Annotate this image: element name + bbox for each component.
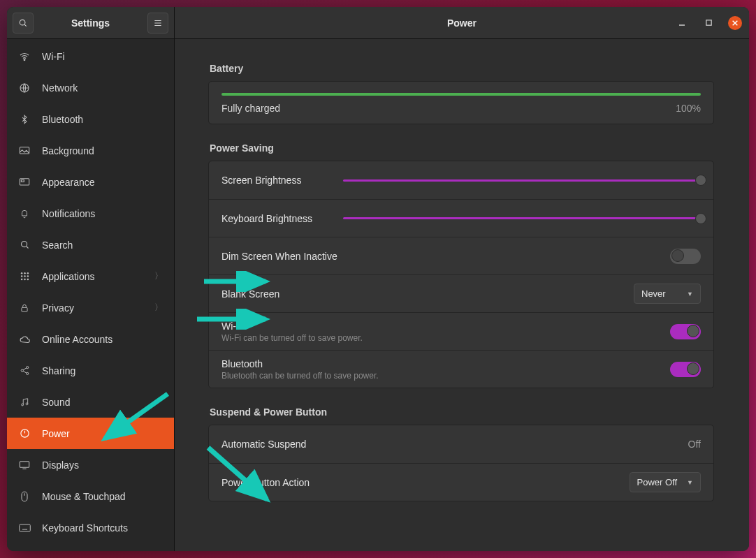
automatic-suspend-label: Automatic Suspend xyxy=(221,439,678,450)
suspend-panel: Automatic Suspend Off Power Button Actio… xyxy=(208,425,714,501)
search-button[interactable] xyxy=(13,13,34,34)
mouse-icon xyxy=(18,491,31,502)
svg-line-25 xyxy=(23,368,27,370)
sidebar-item-label: Privacy xyxy=(42,302,143,314)
sidebar-item-label: Displays xyxy=(42,460,163,471)
wifi-sublabel: Wi-Fi can be turned off to save power. xyxy=(221,333,660,343)
keyboard-icon xyxy=(18,524,31,532)
power-saving-panel: Screen Brightness Keyboard Brightness Di… xyxy=(208,161,714,388)
screen-brightness-slider[interactable] xyxy=(343,174,701,186)
sidebar-item-wi-fi[interactable]: Wi-Fi xyxy=(7,41,174,72)
suspend-section-title: Suspend & Power Button xyxy=(210,406,714,418)
close-icon xyxy=(732,20,739,27)
power-button-action-value: Power Off xyxy=(637,477,678,487)
cloud-icon xyxy=(18,335,31,344)
main-panel: Power Battery xyxy=(175,7,749,551)
sidebar-nav: Wi-FiNetworkBluetoothBackgroundAppearanc… xyxy=(7,39,174,551)
bluetooth-toggle[interactable] xyxy=(670,362,701,377)
share-icon xyxy=(18,365,31,376)
svg-rect-21 xyxy=(22,307,27,311)
sidebar-item-appearance[interactable]: Appearance xyxy=(7,166,174,198)
power-button-action-label: Power Button Action xyxy=(221,477,620,488)
sidebar-item-sharing[interactable]: Sharing xyxy=(7,355,174,386)
sidebar-item-sound[interactable]: Sound xyxy=(7,386,174,418)
sidebar-item-displays[interactable]: Displays xyxy=(7,449,174,480)
lock-icon xyxy=(18,302,31,314)
sidebar-item-label: Search xyxy=(42,240,163,251)
bell-icon xyxy=(18,208,31,219)
battery-row: Fully charged 100% xyxy=(209,82,713,124)
sidebar-item-network[interactable]: Network xyxy=(7,72,174,103)
sidebar-item-label: Background xyxy=(42,145,163,156)
window-controls xyxy=(675,16,742,30)
content-area: Battery Fully charged 100% Power Saving … xyxy=(175,39,749,551)
close-button[interactable] xyxy=(728,16,742,30)
grid-icon xyxy=(18,271,31,281)
screen-brightness-label: Screen Brightness xyxy=(221,175,333,186)
svg-point-20 xyxy=(27,279,29,281)
bluetooth-sublabel: Bluetooth can be turned off to save powe… xyxy=(221,371,660,381)
sidebar-header: Settings xyxy=(7,7,174,39)
automatic-suspend-row[interactable]: Automatic Suspend Off xyxy=(209,425,713,463)
sidebar-item-privacy[interactable]: Privacy〉 xyxy=(7,292,174,323)
power-button-action-dropdown[interactable]: Power Off ▼ xyxy=(630,472,701,492)
sidebar-item-label: Sharing xyxy=(42,365,163,376)
dim-screen-toggle[interactable] xyxy=(670,249,701,264)
sidebar-title: Settings xyxy=(39,17,142,29)
svg-point-17 xyxy=(27,275,29,277)
sidebar-item-label: Applications xyxy=(42,271,143,282)
dim-screen-label: Dim Screen When Inactive xyxy=(221,251,660,262)
sidebar-item-notifications[interactable]: Notifications xyxy=(7,198,174,229)
page-title: Power xyxy=(447,17,477,29)
minimize-button[interactable] xyxy=(675,16,689,30)
svg-point-16 xyxy=(24,275,26,277)
svg-point-15 xyxy=(20,275,22,277)
sidebar-item-label: Mouse & Touchpad xyxy=(42,491,163,502)
background-icon xyxy=(18,146,31,156)
hamburger-icon xyxy=(153,18,163,28)
sidebar-item-keyboard-shortcuts[interactable]: Keyboard Shortcuts xyxy=(7,512,174,543)
chevron-down-icon: ▼ xyxy=(687,291,693,298)
svg-point-27 xyxy=(22,404,24,406)
sidebar-item-label: Bluetooth xyxy=(42,114,163,125)
battery-status: Fully charged 100% xyxy=(221,103,701,114)
globe-icon xyxy=(18,82,31,94)
settings-window: Settings Wi-FiNetworkBluetoothBackground… xyxy=(7,7,749,551)
sidebar-item-label: Wi-Fi xyxy=(42,51,163,62)
blank-screen-dropdown[interactable]: Never ▼ xyxy=(634,284,701,304)
sidebar-item-search[interactable]: Search xyxy=(7,229,174,260)
svg-point-28 xyxy=(26,402,28,404)
sidebar-item-power[interactable]: Power xyxy=(7,418,174,449)
bluetooth-label: Bluetooth xyxy=(221,358,660,369)
blank-screen-row: Blank Screen Never ▼ xyxy=(209,274,713,312)
power-saving-section-title: Power Saving xyxy=(210,142,714,154)
wifi-toggle[interactable] xyxy=(670,324,701,339)
maximize-button[interactable] xyxy=(702,16,715,30)
sidebar-item-applications[interactable]: Applications〉 xyxy=(7,260,174,292)
wifi-icon xyxy=(18,51,31,62)
keyboard-brightness-label: Keyboard Brightness xyxy=(221,213,333,224)
search-icon xyxy=(18,240,31,250)
minimize-icon xyxy=(678,19,686,27)
sidebar-item-mouse-touchpad[interactable]: Mouse & Touchpad xyxy=(7,480,174,512)
chevron-right-icon: 〉 xyxy=(154,270,163,282)
sidebar-item-bluetooth[interactable]: Bluetooth xyxy=(7,103,174,135)
svg-line-1 xyxy=(24,24,27,26)
svg-rect-33 xyxy=(22,492,27,501)
svg-point-18 xyxy=(20,279,22,281)
sidebar-item-background[interactable]: Background xyxy=(7,135,174,166)
maximize-icon xyxy=(705,19,713,27)
automatic-suspend-value: Off xyxy=(688,439,701,450)
appearance-icon xyxy=(18,177,31,187)
bluetooth-label-block: Bluetooth Bluetooth can be turned off to… xyxy=(221,358,660,381)
svg-rect-42 xyxy=(706,20,711,25)
svg-point-10 xyxy=(21,242,27,247)
hamburger-button[interactable] xyxy=(147,13,168,34)
wifi-label: Wi-Fi xyxy=(221,321,660,332)
svg-line-11 xyxy=(26,247,28,249)
svg-rect-35 xyxy=(19,524,30,531)
sidebar-item-online-accounts[interactable]: Online Accounts xyxy=(7,323,174,355)
keyboard-brightness-slider[interactable] xyxy=(343,212,701,225)
battery-section-title: Battery xyxy=(210,63,714,74)
svg-point-14 xyxy=(27,272,29,274)
